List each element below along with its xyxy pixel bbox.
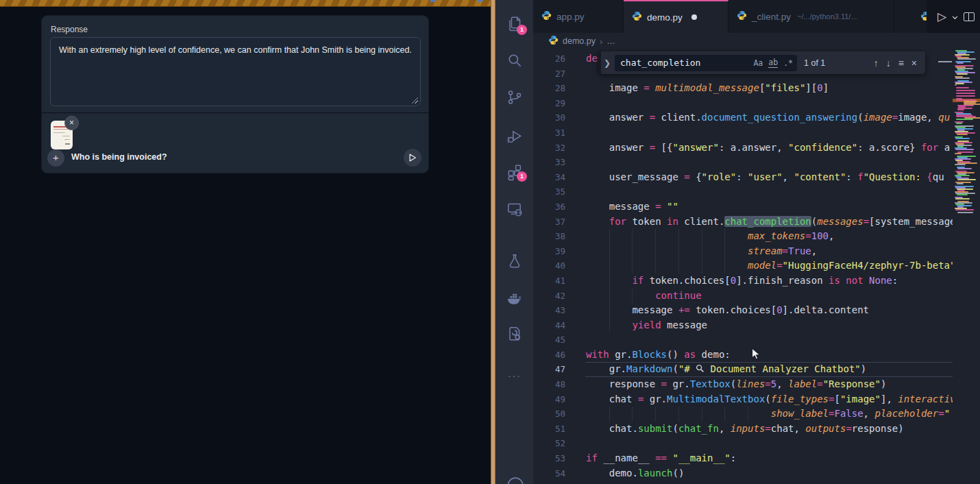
window-divider-sash[interactable] xyxy=(491,0,495,484)
python-file-icon xyxy=(548,35,559,47)
code-line[interactable]: 54 demo.launch() xyxy=(533,466,953,481)
code-line[interactable]: 38 max_tokens=100, xyxy=(533,229,953,244)
code-text: demo.launch() xyxy=(586,466,684,481)
whole-word-icon[interactable]: ab xyxy=(768,58,778,68)
multimodal-input-row: + Who is being invoiced? xyxy=(42,148,428,174)
code-line[interactable]: 43 message += token.choices[0].delta.con… xyxy=(533,303,953,318)
code-text: for token in client.chat_completion(mess… xyxy=(586,215,953,230)
line-number: 46 xyxy=(533,348,565,363)
code-text: user_message = {"role": "user", "content… xyxy=(586,170,944,185)
indent-guide xyxy=(632,229,633,244)
code-line[interactable]: 28 image = multimodal_message["files"][0… xyxy=(533,81,953,96)
tab-label: _client.py xyxy=(752,12,791,22)
find-expand-chevron-icon[interactable]: ❯ xyxy=(601,58,613,68)
code-line[interactable]: 49 chat = gr.MultimodalTextbox(file_type… xyxy=(533,392,953,407)
code-line[interactable]: 52 xyxy=(533,436,953,451)
line-number: 36 xyxy=(533,199,565,215)
breadcrumb-more[interactable]: … xyxy=(607,36,615,46)
code-line[interactable]: 40 model="HuggingFaceH4/zephyr-7b-beta" xyxy=(533,258,953,274)
code-line[interactable]: 35 xyxy=(533,184,953,199)
gradio-card: Response With an extremely high level of… xyxy=(41,15,429,173)
code-text: yield message xyxy=(586,318,707,333)
code-line[interactable]: 34 user_message = {"role": "user", "cont… xyxy=(533,170,953,185)
line-number: 30 xyxy=(533,110,565,125)
code-text: chat.submit(chat_fn, inputs=chat, output… xyxy=(586,422,904,437)
run-options-chevron-icon[interactable] xyxy=(952,10,958,23)
code-line[interactable]: 36 message = "" xyxy=(533,199,953,215)
minimap-line xyxy=(956,93,975,94)
code-line[interactable]: 44 yield message xyxy=(533,318,953,333)
minimap-line xyxy=(957,194,968,195)
modified-dot-icon[interactable] xyxy=(691,14,697,20)
source-control-icon[interactable] xyxy=(506,88,524,106)
remote-explorer-icon[interactable] xyxy=(506,200,524,218)
explorer-icon[interactable]: 1 xyxy=(506,15,524,33)
breadcrumb[interactable]: demo.py › … xyxy=(533,33,980,49)
run-python-file-button[interactable]: ▷ xyxy=(938,11,946,23)
code-line[interactable]: 31 xyxy=(533,125,953,141)
run-debug-icon[interactable] xyxy=(506,128,524,145)
more-actions-icon[interactable]: ··· xyxy=(506,370,524,381)
breadcrumb-file[interactable]: demo.py xyxy=(563,36,596,46)
account-icon[interactable] xyxy=(506,476,524,484)
tab-app-py[interactable]: app.py xyxy=(533,0,624,33)
code-line[interactable]: 53if __name__ == "__main__": xyxy=(533,451,953,466)
response-textbox[interactable]: With an extremely high level of confiden… xyxy=(50,37,421,106)
docker-icon[interactable] xyxy=(506,289,524,307)
line-number: 29 xyxy=(533,96,565,111)
match-case-icon[interactable]: Aa xyxy=(753,58,763,68)
tools-file-icon[interactable] xyxy=(506,325,524,343)
code-text: chat = gr.MultimodalTextbox(file_types=[… xyxy=(586,392,953,407)
test-beaker-icon[interactable] xyxy=(506,252,524,270)
tab-demo-py[interactable]: demo.py xyxy=(624,0,728,33)
find-close-icon[interactable]: × xyxy=(911,58,917,69)
minimap[interactable] xyxy=(953,49,980,484)
chat-input-text[interactable]: Who is being invoiced? xyxy=(71,152,167,162)
minimap-line xyxy=(956,95,975,97)
search-icon[interactable] xyxy=(506,51,524,69)
code-line[interactable]: 47 gr.Markdown("# Document Analyzer Chat… xyxy=(533,362,953,377)
tab-client-py[interactable]: _client.py ~/.../python3.11/... xyxy=(728,0,894,33)
code-editor[interactable]: 26def2728 image = multimodal_message["fi… xyxy=(533,49,953,484)
code-line[interactable]: 45 xyxy=(533,332,953,348)
code-line[interactable]: 32 answer = [{"answer": a.answer, "confi… xyxy=(533,141,953,156)
code-line[interactable]: 39 stream=True, xyxy=(533,244,953,259)
add-file-button[interactable]: + xyxy=(47,149,64,167)
find-in-selection-icon[interactable]: ≡ xyxy=(898,58,904,69)
indent-guide xyxy=(702,407,702,422)
code-line[interactable]: 46with gr.Blocks() as demo: xyxy=(533,348,953,363)
code-line[interactable]: 48 response = gr.Textbox(lines=5, label=… xyxy=(533,377,953,392)
regex-icon[interactable]: .* xyxy=(783,58,793,68)
indent-guide xyxy=(632,407,633,422)
find-next-icon[interactable]: ↓ xyxy=(886,58,891,69)
send-button[interactable] xyxy=(404,149,421,167)
code-text: answer = client.document_question_answer… xyxy=(586,110,950,125)
line-number: 45 xyxy=(533,332,565,348)
split-editor-icon[interactable] xyxy=(964,12,975,21)
code-line[interactable]: 51 chat.submit(chat_fn, inputs=chat, out… xyxy=(533,422,953,437)
code-line[interactable]: 50 show_label=False, placeholder=" xyxy=(533,407,953,422)
indent-guide xyxy=(678,244,679,259)
minimap-line xyxy=(957,62,964,64)
line-number: 40 xyxy=(533,258,565,274)
resize-grip-icon[interactable] xyxy=(412,97,418,104)
code-line[interactable]: 30 answer = client.document_question_ans… xyxy=(533,110,953,125)
find-input[interactable]: chat_completion Aa ab .* xyxy=(615,55,797,71)
code-line[interactable]: 55 xyxy=(533,481,953,484)
python-file-icon xyxy=(737,10,747,23)
python-file-icon xyxy=(541,10,552,23)
find-previous-icon[interactable]: ↑ xyxy=(874,58,879,69)
indent-guide xyxy=(724,244,725,259)
code-line[interactable]: 29 xyxy=(533,96,953,111)
code-line[interactable]: 37 for token in client.chat_completion(m… xyxy=(533,215,953,230)
extensions-icon[interactable]: 1 xyxy=(506,163,524,181)
code-line[interactable]: 42 continue xyxy=(533,289,953,304)
indent-guide xyxy=(655,229,656,244)
find-match-count: 1 of 1 xyxy=(804,58,825,68)
code-line[interactable]: 33 xyxy=(533,155,953,170)
code-line[interactable]: 41 if token.choices[0].finish_reason is … xyxy=(533,274,953,289)
indent-guide xyxy=(609,229,610,244)
find-query-text[interactable]: chat_completion xyxy=(620,58,748,68)
remove-attachment-button[interactable]: × xyxy=(64,116,79,130)
code-text: image = multimodal_message["files"][0] xyxy=(586,81,829,96)
